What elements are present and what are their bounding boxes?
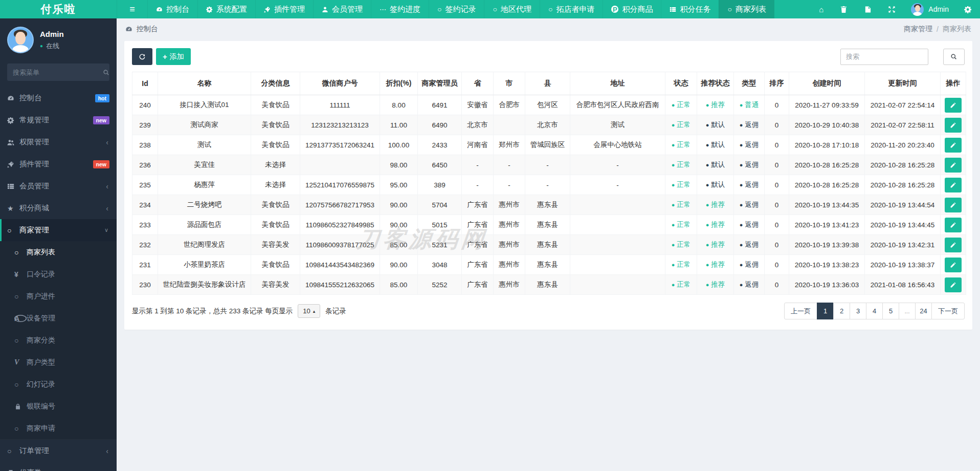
- sidebar-item-优惠券[interactable]: 优惠券‹: [0, 462, 117, 471]
- page-size-select[interactable]: 10 ▴: [298, 304, 320, 318]
- dot-icon: ●: [672, 202, 675, 208]
- sidebar-subitem-商家分类[interactable]: ○商家分类: [0, 329, 117, 351]
- sidebar-item-订单管理[interactable]: ○订单管理‹: [0, 440, 117, 462]
- sidebar-subitem-口令记录[interactable]: ¥口令记录: [0, 263, 117, 285]
- sidebar-subitem-商户类型[interactable]: V商户类型: [0, 351, 117, 373]
- topnav-item-7[interactable]: ○地区代理: [484, 0, 539, 18]
- sidebar-subitem-银联编号[interactable]: 银联编号: [0, 395, 117, 417]
- page-button-24[interactable]: 24: [915, 303, 932, 319]
- edit-button[interactable]: [945, 138, 962, 153]
- recommend-badge: ●推荐: [706, 200, 725, 209]
- sidebar-item-积分商城[interactable]: ★积分商城‹: [0, 197, 117, 219]
- cell-city: -: [494, 175, 525, 195]
- cell-status: ●正常: [665, 95, 697, 115]
- sidebar-item-label: 控制台: [19, 93, 95, 103]
- search-submit-button[interactable]: [943, 49, 965, 65]
- column-header-op: 操作: [941, 72, 966, 95]
- edit-button[interactable]: [945, 238, 962, 252]
- cell-recommend: ●默认: [697, 155, 734, 175]
- topnav-item-5[interactable]: ⋯签约进度: [371, 0, 429, 18]
- chevron-left-icon: ‹: [106, 469, 108, 471]
- next-page-button[interactable]: 下一页: [931, 303, 965, 319]
- pencil-icon: [950, 282, 956, 288]
- sidebar-item-label: 设备管理: [27, 314, 109, 323]
- prev-page-button[interactable]: 上一页: [784, 303, 817, 319]
- th-list-icon: [670, 6, 676, 13]
- cell-category: 美食饮品: [251, 135, 300, 155]
- add-button[interactable]: +添加: [156, 48, 191, 65]
- cell-op: [941, 255, 966, 275]
- expand-button[interactable]: [880, 0, 904, 18]
- lock-icon: [14, 403, 27, 410]
- settings-button[interactable]: [956, 0, 980, 18]
- sidebar-item-常规管理[interactable]: 常规管理new: [0, 109, 117, 131]
- dot-icon: ●: [740, 282, 743, 288]
- cell-sort: 0: [765, 95, 789, 115]
- sidebar-item-label: 商户类型: [27, 358, 109, 367]
- breadcrumb: 控制台 商家管理 / 商家列表: [117, 18, 980, 40]
- type-badge: ●普通: [740, 100, 759, 110]
- breadcrumb-section[interactable]: 商家管理: [904, 25, 932, 34]
- book-button[interactable]: [856, 0, 880, 18]
- page-button-1[interactable]: 1: [817, 303, 834, 319]
- sidebar-toggle-button[interactable]: ≡: [117, 0, 147, 18]
- refresh-button[interactable]: [132, 48, 152, 65]
- topnav-item-2[interactable]: 系统配置: [197, 0, 255, 18]
- page-ellipsis[interactable]: ...: [899, 303, 916, 319]
- column-header-city: 市: [494, 72, 525, 95]
- trash-button[interactable]: [832, 0, 856, 18]
- edit-button[interactable]: [945, 218, 962, 232]
- column-header-name: 名称: [158, 72, 251, 95]
- cell-admin: 5252: [418, 275, 462, 295]
- table-row: 239测试商家美食饮品12312321321312311.006490北京市北京…: [132, 115, 966, 135]
- edit-button[interactable]: [945, 178, 962, 192]
- cell-admin: 5231: [418, 235, 462, 255]
- sidebar-subitem-商家列表[interactable]: ○商家列表: [0, 241, 117, 263]
- cell-type: ●返佣: [734, 255, 765, 275]
- topnav-item-4[interactable]: 会员管理: [313, 0, 371, 18]
- sidebar-item-插件管理[interactable]: 插件管理new: [0, 153, 117, 175]
- type-badge: ●返佣: [740, 160, 759, 169]
- badge-new: new: [93, 116, 109, 124]
- topnav-item-10[interactable]: 积分任务: [661, 0, 719, 18]
- edit-button[interactable]: [945, 98, 962, 113]
- topbar-user-menu[interactable]: Admin: [904, 3, 956, 16]
- menu-search-input[interactable]: [13, 69, 103, 76]
- topnav-item-6[interactable]: ○签约记录: [429, 0, 484, 18]
- sidebar-item-会员管理[interactable]: 会员管理‹: [0, 175, 117, 197]
- sidebar-item-权限管理[interactable]: 权限管理‹: [0, 131, 117, 153]
- cell-sort: 0: [765, 275, 789, 295]
- edit-button[interactable]: [945, 158, 962, 173]
- page-button-2[interactable]: 2: [833, 303, 850, 319]
- sidebar-subitem-设备管理[interactable]: A设备管理: [0, 307, 117, 329]
- topnav-item-11[interactable]: ○商家列表: [719, 0, 774, 18]
- cell-status: ●正常: [665, 135, 697, 155]
- edit-button[interactable]: [945, 118, 962, 133]
- topnav-item-9[interactable]: P积分商品: [603, 0, 661, 18]
- type-badge: ●返佣: [740, 140, 759, 149]
- topnav-item-label: 会员管理: [332, 5, 363, 14]
- topnav-item-8[interactable]: ○拓店者申请: [540, 0, 603, 18]
- home-button[interactable]: ⌂: [811, 0, 832, 18]
- page-button-5[interactable]: 5: [882, 303, 899, 319]
- cell-discount: 90.00: [380, 195, 418, 215]
- edit-button[interactable]: [945, 198, 962, 212]
- sidebar-item-控制台[interactable]: 控制台hot: [0, 87, 117, 109]
- sidebar-subitem-商家申请[interactable]: ○商家申请: [0, 417, 117, 439]
- pencil-icon: [950, 222, 956, 228]
- sidebar-user-panel: Admin ●在线: [0, 18, 117, 60]
- sidebar-subitem-幻灯记录[interactable]: ○幻灯记录: [0, 373, 117, 395]
- sidebar-item-商家管理[interactable]: ○商家管理∨: [0, 219, 117, 241]
- edit-button[interactable]: [945, 277, 962, 292]
- user-icon: [322, 6, 328, 13]
- cell-created: 2020-11-27 09:33:59: [789, 95, 865, 115]
- table-search-input[interactable]: [840, 49, 928, 65]
- edit-button[interactable]: [945, 258, 962, 272]
- page-button-3[interactable]: 3: [850, 303, 866, 319]
- topnav-item-3[interactable]: 插件管理: [255, 0, 313, 18]
- dashboard-icon: [125, 26, 132, 33]
- page-button-4[interactable]: 4: [866, 303, 883, 319]
- p-circle-icon: P: [611, 6, 618, 13]
- topnav-item-1[interactable]: 控制台: [147, 0, 197, 18]
- sidebar-subitem-商户进件[interactable]: ○商户进件: [0, 285, 117, 307]
